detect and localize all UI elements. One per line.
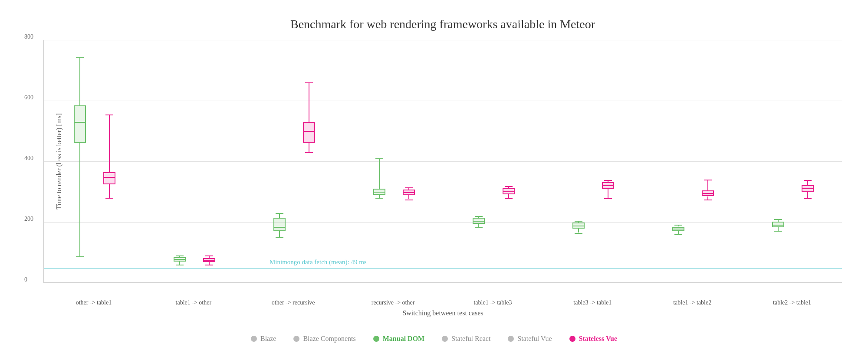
chart-container: Benchmark for web rendering frameworks a…: [0, 0, 868, 347]
legend-item: Stateful React: [442, 335, 490, 343]
legend-item: Stateless Vue: [569, 335, 617, 343]
x-label: recursive -> other: [343, 299, 443, 306]
boxplot-manualDOM: [772, 40, 784, 282]
boxplot-statelessVue: [602, 40, 614, 282]
boxplot-manualDOM: [572, 40, 585, 282]
x-label: table1 -> table3: [443, 299, 543, 306]
boxplot-statelessVue: [702, 40, 714, 282]
boxplot-manualDOM: [273, 40, 286, 282]
legend-dot: [569, 336, 575, 342]
boxplot-statelessVue: [203, 40, 215, 282]
boxplot-manualDOM: [373, 40, 385, 282]
legend-item: Manual DOM: [373, 335, 424, 343]
legend-dot: [508, 336, 514, 342]
legend-item: Blaze Components: [293, 335, 355, 343]
boxplot-manualDOM: [74, 40, 86, 282]
boxplot-statelessVue: [303, 40, 315, 282]
x-axis-labels: other -> table1table1 -> otherother -> r…: [44, 299, 842, 306]
legend-item: Blaze: [251, 335, 276, 343]
boxplot-statelessVue: [802, 40, 814, 282]
boxplot-manualDOM: [672, 40, 684, 282]
legend-dot: [373, 336, 379, 342]
x-label: table2 -> table1: [742, 299, 842, 306]
boxplot-statelessVue: [503, 40, 515, 282]
x-label: table3 -> table1: [542, 299, 642, 306]
legend-dot: [251, 336, 257, 342]
legend-dot: [293, 336, 299, 342]
boxplot-statelessVue: [403, 40, 415, 282]
x-axis-title: Switching between test cases: [44, 309, 842, 317]
x-label: other -> table1: [44, 299, 144, 306]
legend-label: Stateless Vue: [579, 335, 617, 343]
chart-title: Benchmark for web rendering frameworks a…: [43, 17, 842, 31]
chart-area: 8006004002000 Minimongo data fetch (mean…: [43, 40, 842, 283]
legend-item: Stateful Vue: [508, 335, 552, 343]
boxplot-manualDOM: [473, 40, 485, 282]
boxplot-manualDOM: [174, 40, 186, 282]
boxes-area: [44, 40, 842, 282]
legend-label: Manual DOM: [383, 335, 424, 343]
x-label: other -> recursive: [243, 299, 343, 306]
legend-dot: [442, 336, 448, 342]
x-label: table1 -> table2: [642, 299, 742, 306]
legend-label: Blaze: [260, 335, 276, 343]
x-label: table1 -> other: [144, 299, 243, 306]
legend-label: Stateful React: [451, 335, 490, 343]
legend-label: Blaze Components: [303, 335, 355, 343]
legend-label: Stateful Vue: [517, 335, 552, 343]
boxplot-statelessVue: [103, 40, 115, 282]
legend: BlazeBlaze ComponentsManual DOMStateful …: [0, 335, 868, 343]
